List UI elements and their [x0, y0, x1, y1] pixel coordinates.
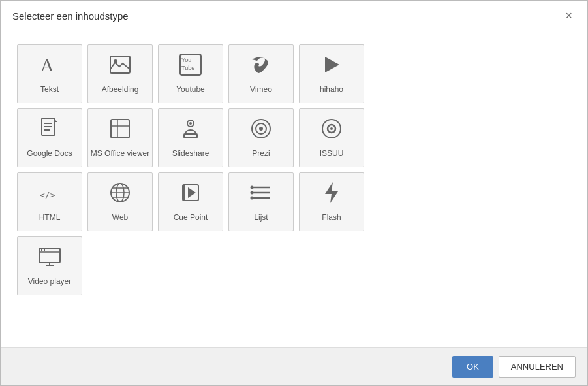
afbeelding-icon — [108, 53, 132, 80]
youtube-label: Youtube — [176, 85, 205, 94]
tekst-label: Tekst — [40, 85, 59, 94]
svg-marker-38 — [325, 182, 338, 203]
content-item-afbeelding[interactable]: Afbeelding — [87, 44, 153, 103]
content-item-tekst[interactable]: ATekst — [17, 44, 82, 103]
content-item-vimeo[interactable]: Vimeo — [228, 44, 294, 103]
content-item-flash[interactable]: Flash — [299, 172, 364, 231]
flash-icon — [320, 181, 343, 208]
content-item-prezi[interactable]: Prezi — [228, 108, 294, 167]
ok-button[interactable]: OK — [452, 356, 493, 378]
svg-rect-31 — [183, 185, 185, 201]
dialog-footer: OK ANNULEREN — [1, 347, 587, 385]
web-icon — [108, 181, 132, 208]
hihaho-label: hihaho — [320, 85, 343, 94]
content-item-html[interactable]: </>HTML — [17, 172, 82, 231]
content-item-ms-office-viewer[interactable]: MS Office viewer — [87, 108, 153, 167]
youtube-icon: YouTube — [179, 53, 202, 80]
slideshare-label: Slideshare — [172, 149, 209, 158]
svg-point-22 — [330, 127, 333, 130]
svg-point-15 — [189, 122, 192, 125]
content-item-google-docs[interactable]: Google Docs — [17, 108, 82, 167]
issuu-icon — [320, 117, 343, 144]
hihaho-icon — [320, 53, 343, 80]
dialog-header: Selecteer een inhoudstype × — [1, 1, 587, 31]
content-item-lijst[interactable]: Lijst — [228, 172, 294, 231]
svg-rect-16 — [184, 134, 197, 138]
content-item-slideshare[interactable]: Slideshare — [158, 108, 223, 167]
close-button[interactable]: × — [562, 8, 576, 23]
vimeo-icon — [249, 53, 273, 80]
svg-text:A: A — [40, 55, 54, 75]
google-docs-label: Google Docs — [27, 149, 72, 158]
content-item-web[interactable]: Web — [87, 172, 153, 231]
svg-text:</>: </> — [40, 190, 55, 200]
cue-point-icon — [179, 181, 202, 208]
svg-text:Tube: Tube — [181, 65, 194, 71]
dialog-title: Selecteer een inhoudstype — [12, 10, 129, 22]
content-item-video-player[interactable]: Video player — [17, 236, 82, 295]
tekst-icon: A — [38, 53, 61, 80]
content-item-youtube[interactable]: YouTubeYoutube — [158, 44, 223, 103]
svg-point-19 — [259, 127, 263, 131]
afbeelding-label: Afbeelding — [102, 85, 139, 94]
ms-office-viewer-label: MS Office viewer — [91, 149, 149, 158]
svg-point-37 — [251, 197, 254, 200]
video-player-icon — [38, 245, 61, 272]
cue-point-label: Cue Point — [174, 213, 208, 222]
content-grid: ATekstAfbeeldingYouTubeYoutubeVimeohihah… — [17, 44, 571, 295]
select-content-dialog: Selecteer een inhoudstype × ATekstAfbeel… — [0, 0, 588, 386]
lijst-icon — [249, 181, 273, 208]
lijst-label: Lijst — [254, 213, 268, 222]
svg-point-2 — [114, 59, 117, 63]
svg-marker-6 — [325, 57, 339, 72]
ms-office-viewer-icon — [108, 117, 132, 144]
html-label: HTML — [39, 213, 61, 222]
issuu-label: ISSUU — [320, 149, 344, 158]
google-docs-icon — [38, 117, 61, 144]
prezi-label: Prezi — [252, 149, 270, 158]
video-player-label: Video player — [28, 277, 72, 286]
flash-label: Flash — [322, 213, 341, 222]
svg-point-35 — [251, 186, 254, 189]
slideshare-icon — [179, 117, 202, 144]
content-item-issuu[interactable]: ISSUU — [299, 108, 364, 167]
html-icon: </> — [38, 181, 61, 208]
svg-text:You: You — [181, 57, 191, 63]
svg-rect-11 — [111, 120, 129, 138]
prezi-icon — [249, 117, 273, 144]
content-item-hihaho[interactable]: hihaho — [299, 44, 364, 103]
web-label: Web — [112, 213, 128, 222]
svg-marker-30 — [188, 187, 196, 198]
cancel-button[interactable]: ANNULEREN — [499, 356, 576, 378]
svg-point-36 — [251, 191, 254, 195]
vimeo-label: Vimeo — [250, 85, 272, 94]
content-item-cue-point[interactable]: Cue Point — [158, 172, 223, 231]
dialog-body: ATekstAfbeeldingYouTubeYoutubeVimeohihah… — [1, 31, 587, 347]
